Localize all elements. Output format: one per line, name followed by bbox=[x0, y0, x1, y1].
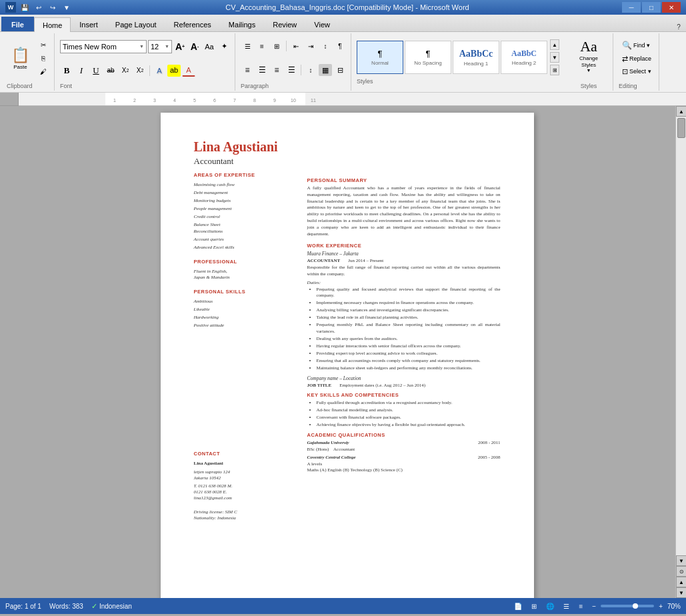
tab-home[interactable]: Home bbox=[34, 17, 71, 32]
strikethrough-button[interactable]: ab bbox=[104, 65, 117, 77]
style-no-spacing[interactable]: ¶ No Spacing bbox=[405, 41, 451, 74]
personal-skills-title: PERSONAL SKILLS bbox=[194, 289, 294, 295]
find-button[interactable]: 🔍 Find ▾ bbox=[619, 39, 655, 52]
scroll-up-button[interactable]: ▲ bbox=[676, 106, 686, 117]
italic-button[interactable]: I bbox=[75, 65, 88, 77]
show-marks-button[interactable]: ¶ bbox=[333, 40, 347, 52]
full-screen-button[interactable]: ⊞ bbox=[529, 602, 539, 611]
grow-font-button[interactable]: A+ bbox=[173, 41, 187, 53]
tab-mailings[interactable]: Mailings bbox=[220, 17, 264, 31]
maximize-button[interactable]: □ bbox=[642, 2, 661, 13]
vertical-scrollbar: ▲ ▼ ⊙ ▲ ▼ bbox=[675, 106, 686, 598]
styles-scroll-down[interactable]: ▼ bbox=[550, 52, 559, 63]
subscript-button[interactable]: X2 bbox=[119, 65, 132, 77]
help-button[interactable]: ? bbox=[673, 22, 685, 31]
multilevel-list-button[interactable]: ⊞ bbox=[270, 40, 283, 52]
tab-insert[interactable]: Insert bbox=[71, 17, 107, 31]
font-face-selector[interactable]: Times New Rom ▼ bbox=[60, 40, 147, 53]
status-right: 📄 ⊞ 🌐 ☰ ≡ − + 70% bbox=[512, 602, 681, 611]
tab-review[interactable]: Review bbox=[264, 17, 305, 31]
zoom-control: − + 70% bbox=[590, 602, 681, 611]
styles-scroll-up[interactable]: ▲ bbox=[550, 39, 559, 50]
style-no-spacing-label: No Spacing bbox=[414, 60, 441, 66]
style-h2-preview: AaBbC bbox=[511, 49, 537, 59]
tab-file[interactable]: File bbox=[1, 17, 34, 31]
style-heading2[interactable]: AaBbC Heading 2 bbox=[501, 41, 547, 74]
tab-view[interactable]: View bbox=[305, 17, 339, 31]
redo-button[interactable]: ↪ bbox=[47, 3, 59, 12]
change-styles-button[interactable]: Aa ChangeStyles ▼ bbox=[569, 35, 609, 77]
next-page-button[interactable]: ▼ bbox=[676, 587, 686, 598]
scroll-thumb[interactable] bbox=[677, 118, 685, 138]
style-normal[interactable]: ¶ Normal bbox=[357, 41, 403, 74]
font-face-arrow: ▼ bbox=[139, 44, 144, 49]
close-button[interactable]: ✕ bbox=[662, 2, 681, 13]
select-button[interactable]: ⊡ Select ▾ bbox=[619, 66, 655, 77]
cut-button[interactable]: ✂ bbox=[37, 39, 50, 51]
clipboard-group: 📋 Paste ✂ ⎘ 🖌 Clipboard bbox=[3, 33, 55, 91]
decrease-indent-button[interactable]: ⇤ bbox=[289, 40, 303, 52]
clipboard-label: Clipboard bbox=[7, 81, 50, 89]
change-case-button[interactable]: Aa bbox=[203, 41, 216, 53]
superscript-button[interactable]: X2 bbox=[133, 65, 147, 77]
save-button[interactable]: 💾 bbox=[19, 3, 31, 12]
position-row-2: JOB TITLE Employment dates (i.e. Aug 201… bbox=[307, 383, 501, 388]
customize-qa-button[interactable]: ▼ bbox=[61, 3, 73, 12]
personal-skill-1: Ambitious bbox=[194, 299, 294, 305]
scroll-down-button[interactable]: ▼ bbox=[676, 555, 686, 566]
language-indicator: ✓ Indonesian bbox=[91, 602, 132, 611]
top-ruler: 123 456 789 1011 bbox=[19, 93, 686, 106]
font-color-button[interactable]: A bbox=[182, 65, 195, 77]
minimize-button[interactable]: ─ bbox=[622, 2, 641, 13]
borders-button[interactable]: ⊟ bbox=[333, 64, 347, 76]
font-size-value: 12 bbox=[151, 43, 159, 51]
text-effects-button[interactable]: A bbox=[153, 65, 166, 77]
font-face-value: Times New Rom bbox=[63, 43, 117, 51]
paragraph-group: ☰ ≡ ⊞ ⇤ ⇥ ↕ ¶ ≡ ☰ ≡ ☰ bbox=[237, 33, 351, 91]
paragraph-label: Paragraph bbox=[241, 81, 347, 89]
select-browse-object-button[interactable]: ⊙ bbox=[676, 566, 686, 577]
draft-button[interactable]: ≡ bbox=[577, 602, 585, 611]
window-controls: ─ □ ✕ bbox=[622, 2, 681, 13]
expertise-item-2: Debt management bbox=[194, 190, 294, 196]
copy-button[interactable]: ⎘ bbox=[37, 52, 50, 64]
align-left-button[interactable]: ≡ bbox=[241, 64, 254, 76]
underline-button[interactable]: U bbox=[89, 65, 103, 77]
work-description-1: Responsible for the full range of financ… bbox=[307, 265, 501, 278]
outline-button[interactable]: ☰ bbox=[561, 602, 571, 611]
shading-button[interactable]: ▦ bbox=[319, 64, 332, 76]
clear-format-button[interactable]: ✦ bbox=[217, 41, 231, 53]
zoom-out-button[interactable]: − bbox=[590, 602, 598, 611]
academic-title: ACADEMIC QUALIFICATIONS bbox=[307, 432, 501, 438]
shrink-font-button[interactable]: A- bbox=[188, 41, 201, 53]
zoom-slider[interactable] bbox=[601, 605, 654, 607]
styles-scroll: ▲ ▼ ⊞ bbox=[550, 39, 559, 75]
increase-indent-button[interactable]: ⇥ bbox=[304, 40, 317, 52]
font-size-selector[interactable]: 12 ▼ bbox=[148, 40, 172, 53]
justify-button[interactable]: ☰ bbox=[285, 64, 298, 76]
align-right-button[interactable]: ≡ bbox=[270, 64, 283, 76]
zoom-in-button[interactable]: + bbox=[657, 602, 665, 611]
web-layout-button[interactable]: 🌐 bbox=[544, 602, 556, 611]
text-highlight-button[interactable]: ab bbox=[167, 65, 181, 77]
bullets-button[interactable]: ☰ bbox=[241, 40, 254, 52]
paste-button[interactable]: 📋 Paste bbox=[7, 45, 34, 72]
replace-button[interactable]: ⇄ Replace bbox=[619, 53, 655, 65]
sort-button[interactable]: ↕ bbox=[319, 40, 332, 52]
print-layout-button[interactable]: 📄 bbox=[512, 602, 524, 611]
tab-references[interactable]: References bbox=[165, 17, 220, 31]
prev-page-button[interactable]: ▲ bbox=[676, 577, 686, 587]
svg-text:11: 11 bbox=[311, 98, 316, 103]
align-center-button[interactable]: ☰ bbox=[255, 64, 269, 76]
svg-text:8: 8 bbox=[253, 98, 256, 103]
svg-text:3: 3 bbox=[153, 98, 156, 103]
numbering-button[interactable]: ≡ bbox=[255, 40, 269, 52]
bold-button[interactable]: B bbox=[60, 65, 73, 77]
line-spacing-button[interactable]: ↕ bbox=[304, 64, 317, 76]
style-heading1[interactable]: AaBbCc Heading 1 bbox=[453, 41, 499, 74]
undo-button[interactable]: ↩ bbox=[33, 3, 45, 12]
tab-page-layout[interactable]: Page Layout bbox=[107, 17, 165, 31]
ruler-corner bbox=[0, 93, 19, 106]
format-painter-button[interactable]: 🖌 bbox=[37, 65, 50, 77]
styles-more[interactable]: ⊞ bbox=[550, 65, 559, 75]
